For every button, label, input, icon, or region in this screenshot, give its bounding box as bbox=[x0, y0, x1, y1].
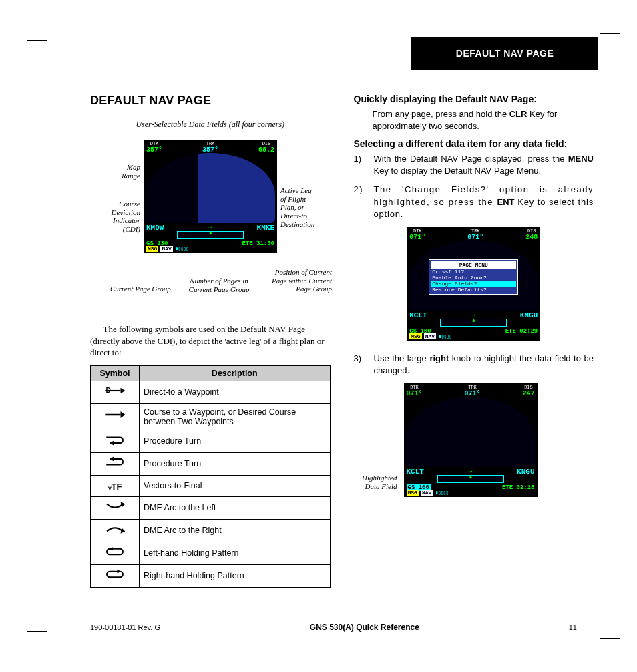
symbol-course-to-icon bbox=[91, 403, 140, 430]
table-row: DME Arc to the Left bbox=[91, 496, 331, 519]
svg-marker-1 bbox=[121, 387, 126, 393]
trk-label: TRK bbox=[464, 385, 480, 390]
dis-label: DIS bbox=[525, 228, 538, 234]
symbol-table: Symbol Description DDirect-to a Waypoint… bbox=[90, 365, 331, 588]
svg-rect-11 bbox=[107, 571, 123, 577]
symbol-desc: DME Arc to the Left bbox=[140, 496, 331, 519]
wp-to: KNGU bbox=[517, 468, 534, 476]
svg-marker-7 bbox=[121, 502, 126, 508]
page-bars-icon: ▮▯▯▯▯ bbox=[173, 246, 188, 252]
gps-status-bar: MSGNAV ▮▯▯▯▯ bbox=[409, 333, 538, 339]
crop-mark bbox=[27, 20, 47, 41]
left-column: DEFAULT NAV PAGE User-Selectable Data Fi… bbox=[90, 94, 331, 588]
right-column: Quickly displaying the Default NAV Page:… bbox=[354, 94, 594, 588]
menu-opt-restore: Restore Defaults? bbox=[431, 287, 516, 293]
symbol-hold-right-icon bbox=[91, 564, 140, 587]
dtk-value: 357° bbox=[146, 146, 162, 154]
dtk-value: 071° bbox=[407, 390, 423, 397]
table-row: DDirect-to a Waypoint bbox=[91, 381, 331, 403]
table-row: Course to a Waypoint, or Desired Course … bbox=[91, 403, 331, 430]
ent-key: ENT bbox=[497, 197, 514, 207]
wp-from: KCLT bbox=[409, 311, 427, 319]
annotated-diagram: User-Selectable Data Fields (all four co… bbox=[90, 120, 331, 317]
table-row: Procedure Turn bbox=[91, 430, 331, 452]
page-footer: 190-00181-01 Rev. G GNS 530(A) Quick Ref… bbox=[90, 623, 577, 632]
annot-page-position: Position of Current Page within Current … bbox=[258, 268, 332, 293]
symbol-desc: Right-hand Holding Pattern bbox=[140, 564, 331, 587]
right-knob: right bbox=[429, 353, 449, 363]
trk-label: TRK bbox=[467, 228, 483, 234]
page-bars-icon: ▮▯▯▯▯ bbox=[436, 333, 451, 339]
section-title: DEFAULT NAV PAGE bbox=[90, 94, 331, 108]
menu-opt-change-fields: Change Fields? bbox=[431, 281, 516, 287]
dis-value: 247 bbox=[522, 390, 534, 397]
step-2: The 'Change Fields?' option is already h… bbox=[354, 184, 594, 220]
subhead-quick-display: Quickly displaying the Default NAV Page: bbox=[354, 94, 594, 104]
dis-label: DIS bbox=[258, 141, 274, 146]
msg-indicator: MSG bbox=[407, 490, 419, 496]
clr-key: CLR bbox=[509, 109, 527, 119]
para-quick-display: From any page, press and hold the CLR Ke… bbox=[373, 108, 594, 132]
symbol-desc: Procedure Turn bbox=[140, 452, 331, 475]
msg-indicator: MSG bbox=[146, 246, 158, 252]
wp-to: KMKE bbox=[257, 224, 274, 232]
page-bars-icon: ▮▯▯▯▯ bbox=[433, 490, 448, 496]
menu-opt-autozoom: Enable Auto Zoom? bbox=[431, 275, 516, 281]
dis-value: 248 bbox=[525, 234, 538, 241]
svg-text:D: D bbox=[105, 387, 110, 394]
table-row: Right-hand Holding Pattern bbox=[91, 564, 331, 587]
annot-user-fields: User-Selectable Data Fields (all four co… bbox=[90, 120, 331, 130]
svg-marker-10 bbox=[108, 547, 113, 550]
gps-status-bar: MSGNAV ▮▯▯▯▯ bbox=[146, 246, 274, 252]
page: DEFAULT NAV PAGE DEFAULT NAV PAGE User-S… bbox=[0, 0, 637, 672]
cdi-bar bbox=[437, 475, 504, 483]
symbol-desc: Procedure Turn bbox=[140, 430, 331, 452]
wp-from: KMDW bbox=[146, 224, 164, 232]
menu-key: MENU bbox=[568, 154, 594, 164]
dtk-label: DTK bbox=[407, 385, 423, 390]
text: Use the large bbox=[374, 353, 430, 363]
nav-indicator: NAV bbox=[424, 333, 436, 339]
symbol-desc: Direct-to a Waypoint bbox=[140, 381, 331, 403]
menu-opt-crossfill: Crossfill? bbox=[431, 269, 516, 275]
annot-cdi: Course Deviation Indicator (CDI) bbox=[90, 200, 140, 234]
intro-paragraph: The following symbols are used on the De… bbox=[90, 323, 331, 359]
symbol-desc: Vectors-to-Final bbox=[140, 475, 331, 496]
table-row: DME Arc to the Right bbox=[91, 519, 331, 542]
annot-map-range: Map Range bbox=[90, 163, 140, 180]
menu-header: PAGE MENU bbox=[431, 261, 516, 269]
th-description: Description bbox=[140, 365, 331, 381]
dis-value: 68.2 bbox=[258, 146, 274, 154]
footer-title: GNS 530(A) Quick Reference bbox=[310, 623, 419, 632]
symbol-hold-left-icon bbox=[91, 542, 140, 564]
gps3-wrap: Highlighted Data Field DTK071° TRK071° D… bbox=[354, 383, 594, 497]
symbol-desc: Course to a Waypoint, or Desired Course … bbox=[140, 403, 331, 430]
gps-map-area bbox=[406, 397, 536, 467]
svg-marker-6 bbox=[110, 456, 114, 461]
crop-mark bbox=[27, 631, 47, 652]
crop-mark bbox=[600, 20, 620, 34]
gps-map-area: PAGE MENU Crossfill? Enable Auto Zoom? C… bbox=[409, 240, 538, 311]
svg-rect-9 bbox=[107, 548, 123, 554]
dtk-label: DTK bbox=[146, 141, 162, 146]
annot-current-page-group: Current Page Group bbox=[110, 285, 184, 293]
symbol-dme-right-icon bbox=[91, 519, 140, 542]
subhead-select-field: Selecting a different data item for any … bbox=[354, 138, 594, 149]
wp-from: KCLT bbox=[407, 468, 424, 476]
trk-label: TRK bbox=[202, 141, 218, 146]
dtk-value: 071° bbox=[409, 234, 425, 241]
gps-screenshot-2: DTK071° TRK071° DIS248 PAGE MENU Crossfi… bbox=[407, 227, 540, 341]
gps-screenshot-1: DTK357° TRK357° DIS68.2 KMDW → KMKE GS 1… bbox=[144, 140, 277, 253]
step-1: With the Default NAV Page displayed, pre… bbox=[354, 153, 594, 177]
text: From any page, press and hold the bbox=[373, 109, 509, 119]
msg-indicator: MSG bbox=[409, 333, 421, 339]
cdi-bar bbox=[177, 231, 244, 239]
content-columns: DEFAULT NAV PAGE User-Selectable Data Fi… bbox=[90, 94, 594, 588]
symbol-vtf-icon: ᵥTF bbox=[91, 475, 140, 496]
page-menu: PAGE MENU Crossfill? Enable Auto Zoom? C… bbox=[429, 259, 518, 295]
text: Key to display the Default NAV Page Menu… bbox=[374, 166, 542, 176]
crop-mark bbox=[600, 638, 620, 652]
annot-highlighted-field: Highlighted Data Field bbox=[351, 474, 397, 490]
svg-marker-12 bbox=[117, 570, 122, 573]
table-row: Procedure Turn bbox=[91, 452, 331, 475]
